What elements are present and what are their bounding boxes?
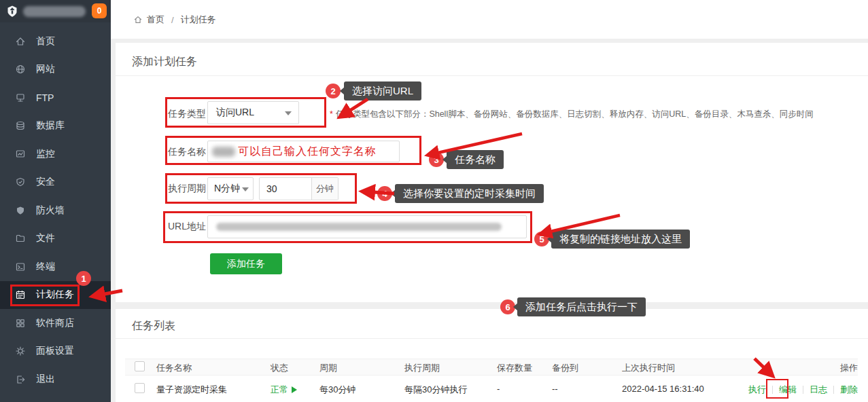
monitor-icon — [15, 149, 26, 160]
col-header-actions: 操作 — [840, 362, 858, 374]
status-running-icon — [292, 386, 297, 393]
sidebar-item-logout[interactable]: 退出 — [0, 365, 111, 394]
task-type-label: 任务类型 — [168, 108, 206, 120]
sidebar-item-label: 文件 — [36, 232, 55, 244]
cell-last-run: 2022-04-15 16:31:40 — [622, 384, 704, 394]
sidebar-item-settings[interactable]: 面板设置 — [0, 337, 111, 366]
task-type-hint-text: 任务类型包含以下部分：Shell脚本、备份网站、备份数据库、日志切割、释放内存、… — [336, 109, 814, 119]
cell-exec-cycle: 每隔30分钟执行 — [404, 384, 467, 396]
cell-actions: 执行 编辑 日志 删除 — [748, 384, 858, 396]
chevron-down-icon — [285, 111, 292, 115]
cell-cycle: 每30分钟 — [319, 384, 355, 396]
url-label: URL地址 — [168, 221, 206, 233]
sidebar-item-firewall[interactable]: 防火墙 — [0, 196, 111, 225]
breadcrumb-home-link[interactable]: 首页 — [147, 14, 164, 26]
sidebar-item-monitor[interactable]: 监控 — [0, 140, 111, 168]
period-unit-addon: 分钟 — [311, 178, 338, 200]
period-unit-select[interactable]: N分钟 — [207, 177, 254, 200]
task-name-input[interactable]: 可以自己输入任何文字名称 — [207, 141, 400, 162]
step-tooltip-5: 将复制的链接地址放入这里 — [551, 230, 690, 249]
sidebar-item-label: FTP — [36, 92, 54, 103]
sidebar-item-database[interactable]: 数据库 — [0, 112, 111, 141]
required-mark: * — [330, 109, 333, 119]
action-delete-link[interactable]: 删除 — [840, 384, 858, 396]
calendar-icon — [15, 289, 26, 300]
folder-icon — [15, 233, 26, 244]
step-badge-2: 2 — [326, 84, 341, 98]
add-task-button[interactable]: 添加任务 — [210, 253, 282, 274]
step-tooltip-6: 添加任务后点击执行一下 — [517, 297, 646, 316]
sidebar-item-label: 监控 — [36, 148, 55, 160]
home-icon — [15, 36, 26, 47]
select-all-checkbox[interactable] — [135, 361, 145, 371]
sidebar-item-home[interactable]: 首页 — [0, 27, 111, 56]
step-badge-4: 4 — [377, 186, 392, 201]
firewall-icon — [15, 205, 26, 216]
sidebar: 0 首页 网站 FTP 数据库 监控 — [0, 0, 111, 402]
sidebar-item-label: 首页 — [36, 35, 55, 48]
sidebar-item-label: 网站 — [36, 63, 55, 75]
step-badge-3: 3 — [429, 152, 444, 167]
action-edit-link[interactable]: 编辑 — [779, 384, 797, 396]
step-badge-1: 1 — [76, 271, 91, 286]
task-list-title: 任务列表 — [132, 319, 175, 333]
logo-bar: 0 — [0, 0, 111, 22]
sidebar-item-label: 面板设置 — [36, 345, 74, 357]
redacted-text — [212, 147, 235, 157]
period-value-group: 30 分钟 — [259, 177, 338, 200]
divider — [772, 386, 773, 394]
action-run-link[interactable]: 执行 — [748, 384, 766, 396]
sidebar-item-ftp[interactable]: FTP — [0, 84, 111, 112]
sidebar-item-label: 退出 — [36, 373, 55, 386]
task-type-hint: *任务类型包含以下部分：Shell脚本、备份网站、备份数据库、日志切割、释放内存… — [330, 109, 814, 120]
breadcrumb-bar: 首页 / 计划任务 — [111, 0, 868, 39]
add-task-title: 添加计划任务 — [132, 55, 197, 69]
chevron-down-icon — [242, 187, 249, 191]
task-name-label: 任务名称 — [168, 146, 206, 158]
home-icon — [133, 15, 143, 24]
sidebar-item-files[interactable]: 文件 — [0, 225, 111, 253]
step-tooltip-2: 选择访问URL — [344, 81, 421, 100]
notification-badge[interactable]: 0 — [92, 3, 107, 18]
sidebar-item-label: 防火墙 — [36, 204, 65, 217]
task-name-value: 可以自己输入任何文字名称 — [238, 145, 377, 159]
action-log-link[interactable]: 日志 — [810, 384, 827, 396]
sidebar-item-cron[interactable]: 计划任务 — [0, 281, 111, 310]
status-text: 正常 — [271, 384, 288, 396]
task-type-selected-value: 访问URL — [216, 107, 254, 119]
col-header-cycle: 周期 — [319, 362, 337, 374]
col-header-keep-count: 保存数量 — [497, 362, 532, 374]
database-icon — [15, 120, 26, 131]
breadcrumb-separator: / — [169, 15, 177, 25]
divider — [833, 386, 834, 394]
cell-status: 正常 — [271, 384, 297, 396]
sidebar-item-app-store[interactable]: 软件商店 — [0, 309, 111, 337]
panel-logo-icon — [5, 5, 19, 18]
divider — [803, 386, 803, 394]
divider — [125, 359, 858, 359]
row-checkbox[interactable] — [135, 383, 145, 393]
sidebar-nav: 首页 网站 FTP 数据库 监控 安全 — [0, 27, 111, 394]
sidebar-item-security[interactable]: 安全 — [0, 168, 111, 197]
sidebar-item-label: 计划任务 — [36, 289, 74, 301]
app-store-icon — [15, 318, 26, 329]
breadcrumb: 首页 / 计划任务 — [133, 14, 216, 26]
sidebar-item-label: 软件商店 — [36, 317, 74, 329]
period-label: 执行周期 — [168, 183, 206, 195]
task-type-select[interactable]: 访问URL — [207, 101, 299, 124]
sidebar-item-label: 终端 — [36, 261, 55, 273]
url-input[interactable] — [207, 215, 527, 238]
table-header-row — [125, 359, 858, 375]
period-value-input[interactable]: 30 — [260, 183, 311, 194]
period-unit-value: N分钟 — [214, 183, 240, 195]
breadcrumb-current: 计划任务 — [181, 14, 216, 26]
col-header-name: 任务名称 — [156, 362, 192, 374]
redacted-url-text — [216, 223, 502, 231]
sidebar-item-terminal[interactable]: 终端 — [0, 253, 111, 281]
sidebar-item-sites[interactable]: 网站 — [0, 56, 111, 84]
col-header-status: 状态 — [271, 362, 288, 374]
divider — [125, 375, 858, 376]
col-header-last-run: 上次执行时间 — [622, 362, 675, 374]
sidebar-item-label: 数据库 — [36, 120, 65, 132]
terminal-icon — [15, 261, 26, 272]
